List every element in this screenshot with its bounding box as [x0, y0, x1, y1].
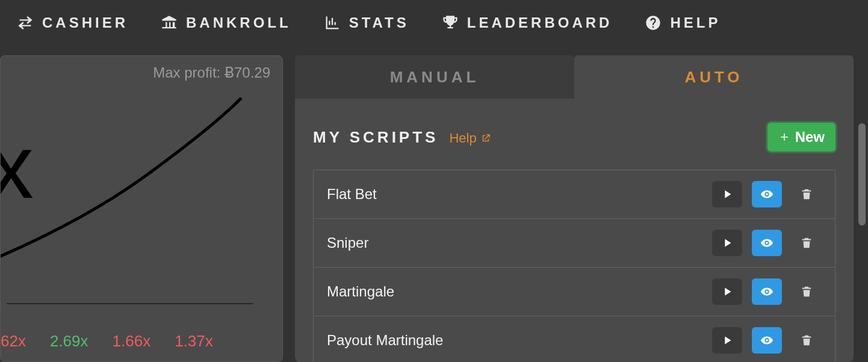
delete-script-button[interactable]: [792, 181, 822, 207]
nav-bankroll-label: BANKROLL: [186, 14, 291, 31]
eye-icon: [760, 188, 773, 201]
history-item[interactable]: 2.69x: [50, 332, 88, 351]
nav-help-label: HELP: [670, 14, 721, 31]
view-script-button[interactable]: [752, 278, 782, 305]
delete-script-button[interactable]: [792, 230, 822, 256]
scripts-help-link[interactable]: Help: [449, 130, 491, 146]
trash-icon: [800, 188, 813, 201]
trash-icon: [800, 285, 813, 298]
history-item[interactable]: 1.37x: [175, 332, 213, 351]
view-script-button[interactable]: [752, 327, 782, 354]
plus-icon: [778, 131, 790, 143]
chart-icon: [324, 14, 341, 31]
scrollbar-thumb[interactable]: [858, 123, 866, 225]
script-row: Payout Martingale: [314, 316, 835, 362]
auto-panel-body: MY SCRIPTS Help New Flat Bet: [295, 99, 854, 362]
play-icon: [721, 188, 734, 201]
eye-icon: [760, 285, 773, 298]
eye-icon: [760, 334, 773, 347]
graph-baseline: [7, 303, 253, 304]
tab-auto[interactable]: AUTO: [574, 55, 854, 99]
scripts-title: MY SCRIPTS: [313, 128, 438, 147]
script-row: Flat Bet: [314, 170, 835, 219]
trash-icon: [800, 334, 813, 347]
top-nav: CASHIER BANKROLL STATS LEADERBOARD HELP: [0, 0, 868, 55]
new-script-button[interactable]: New: [767, 123, 835, 152]
nav-leaderboard-label: LEADERBOARD: [467, 14, 613, 31]
game-card: Max profit: Ƀ70.29 3x 62x 2.69x 1.66x 1.…: [0, 55, 283, 362]
multiplier-history: 62x 2.69x 1.66x 1.37x: [1, 332, 213, 351]
script-list: Flat Bet Sniper: [313, 170, 835, 362]
nav-help[interactable]: HELP: [645, 14, 721, 31]
bank-icon: [161, 14, 178, 31]
tab-manual[interactable]: MANUAL: [295, 55, 574, 99]
nav-cashier-label: CASHIER: [42, 14, 128, 31]
nav-stats-label: STATS: [349, 14, 409, 31]
script-name: Sniper: [327, 235, 368, 251]
delete-script-button[interactable]: [792, 327, 822, 354]
view-script-button[interactable]: [752, 230, 782, 256]
delete-script-button[interactable]: [792, 278, 822, 305]
script-name: Martingale: [327, 283, 394, 300]
question-icon: [645, 14, 662, 31]
nav-leaderboard[interactable]: LEADERBOARD: [442, 14, 613, 31]
trash-icon: [800, 236, 813, 250]
history-item[interactable]: 1.66x: [113, 332, 151, 351]
multiplier-graph-line: [0, 86, 259, 278]
bet-panel: MANUAL AUTO MY SCRIPTS Help New: [295, 55, 854, 362]
run-script-button[interactable]: [712, 181, 742, 207]
script-row: Sniper: [314, 219, 835, 268]
current-multiplier: 3x: [0, 98, 28, 222]
run-script-button[interactable]: [712, 230, 742, 256]
history-item[interactable]: 62x: [1, 332, 26, 351]
run-script-button[interactable]: [712, 278, 742, 305]
external-link-icon: [480, 133, 491, 144]
script-name: Payout Martingale: [327, 332, 443, 349]
script-row: Martingale: [314, 268, 835, 316]
max-profit-label: Max profit: Ƀ70.29: [153, 64, 270, 81]
nav-stats[interactable]: STATS: [324, 14, 409, 31]
nav-bankroll[interactable]: BANKROLL: [161, 14, 291, 31]
eye-icon: [760, 236, 773, 250]
nav-cashier[interactable]: CASHIER: [17, 14, 128, 31]
transfer-icon: [17, 14, 34, 31]
multiplier-x: x: [0, 116, 28, 217]
play-icon: [721, 334, 734, 347]
script-name: Flat Bet: [327, 186, 377, 203]
run-script-button[interactable]: [712, 327, 742, 354]
trophy-icon: [442, 14, 459, 31]
view-script-button[interactable]: [752, 181, 782, 207]
play-icon: [721, 285, 734, 298]
play-icon: [721, 236, 734, 250]
bet-mode-tabs: MANUAL AUTO: [295, 55, 854, 99]
help-link-label: Help: [449, 130, 476, 146]
new-button-label: New: [795, 129, 825, 146]
